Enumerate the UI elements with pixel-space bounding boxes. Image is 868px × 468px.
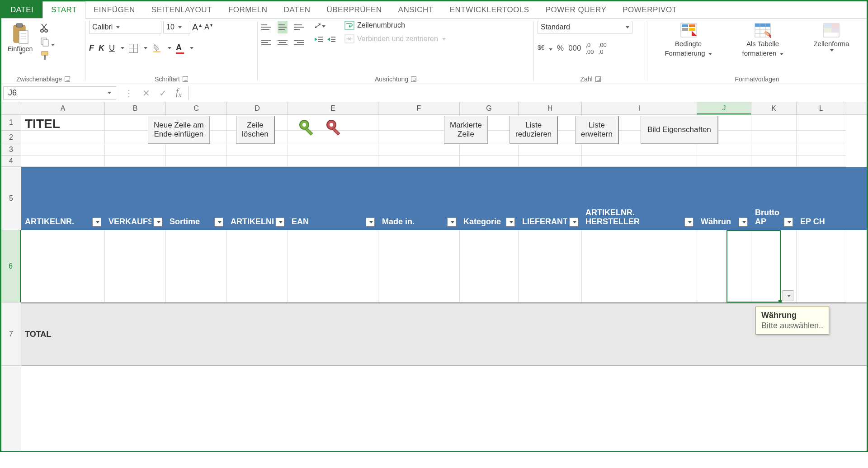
cancel-formula-icon[interactable]: ✕ — [142, 88, 150, 99]
cell-styles-button[interactable]: Zellenforma — [810, 21, 853, 53]
cell-A1-title[interactable]: TITEL — [21, 115, 105, 131]
percent-button[interactable]: % — [557, 44, 564, 53]
filter-icon[interactable] — [506, 217, 515, 227]
align-middle[interactable] — [278, 21, 288, 33]
col-header-C[interactable]: C — [166, 102, 227, 114]
col-header-K[interactable]: K — [751, 102, 797, 114]
accept-formula-icon[interactable]: ✓ — [159, 88, 167, 99]
th-artikelnr2[interactable]: ARTIKELNR — [231, 217, 274, 227]
filter-icon[interactable] — [153, 217, 162, 227]
format-as-table-button[interactable]: Als Tabelleformatieren — [739, 21, 787, 59]
tab-powerquery[interactable]: POWER QUERY — [538, 1, 615, 18]
number-dialog-launcher[interactable] — [595, 76, 601, 82]
delete-row-button[interactable]: Zeilelöschen — [236, 116, 274, 144]
thousands-button[interactable]: 000 — [568, 44, 581, 53]
th-hersteller[interactable]: ARTIKELNR.HERSTELLER — [585, 208, 640, 227]
tab-start[interactable]: START — [42, 1, 85, 19]
row-header-3[interactable]: 3 — [1, 144, 21, 156]
row-header-4[interactable]: 4 — [1, 156, 21, 167]
align-top[interactable] — [261, 21, 271, 33]
row-header-5[interactable]: 5 — [1, 167, 21, 230]
underline-button[interactable]: U — [109, 43, 115, 53]
tab-view[interactable]: ANSICHT — [390, 1, 442, 18]
col-header-G[interactable]: G — [460, 102, 519, 114]
col-header-A[interactable]: A — [21, 102, 105, 114]
filter-icon[interactable] — [92, 217, 101, 227]
image-properties-button[interactable]: Bild Eigenschaften — [641, 116, 718, 144]
tab-dev[interactable]: ENTWICKLERTOOLS — [442, 1, 538, 18]
col-header-F[interactable]: F — [378, 102, 460, 114]
tab-formulas[interactable]: FORMELN — [220, 1, 276, 18]
expand-list-button[interactable]: Listeerweitern — [575, 116, 618, 144]
orientation-button[interactable]: ⤢ — [314, 21, 335, 31]
decrease-decimal[interactable]: ,00,0 — [599, 42, 607, 55]
green-key-icon[interactable] — [297, 118, 319, 141]
th-kategorie[interactable]: Kategorie — [463, 217, 501, 227]
col-header-B[interactable]: B — [105, 102, 166, 114]
col-header-H[interactable]: H — [519, 102, 582, 114]
align-right[interactable] — [294, 36, 304, 49]
italic-button[interactable]: K — [99, 43, 104, 53]
filter-icon[interactable] — [214, 217, 223, 227]
conditional-format-button[interactable]: BedingteFormatierung — [661, 21, 715, 59]
col-header-J[interactable]: J — [697, 102, 751, 114]
cells[interactable]: TITEL Neue Zeile amEnde einfügen Zeilelö… — [21, 115, 867, 451]
borders-button[interactable] — [129, 44, 138, 53]
new-row-button[interactable]: Neue Zeile amEnde einfügen — [148, 116, 210, 144]
data-row-6[interactable] — [21, 230, 867, 303]
col-header-I[interactable]: I — [582, 102, 697, 114]
fx-icon[interactable]: fx — [176, 87, 182, 99]
th-artikelnr[interactable]: ARTIKELNR. — [25, 217, 74, 227]
number-format-combo[interactable]: Standard — [538, 21, 632, 33]
th-sortiment[interactable]: Sortime — [170, 217, 200, 227]
clipboard-dialog-launcher[interactable] — [65, 76, 70, 82]
row-header-2[interactable]: 2 — [1, 131, 21, 144]
row-header-6[interactable]: 6 — [1, 230, 21, 303]
tab-powerpivot[interactable]: POWERPIVOT — [614, 1, 685, 18]
cut-icon[interactable] — [40, 23, 55, 34]
col-header-D[interactable]: D — [227, 102, 288, 114]
filter-icon[interactable] — [684, 217, 693, 227]
increase-decimal[interactable]: ,0,00 — [586, 42, 594, 55]
red-key-icon[interactable] — [324, 118, 346, 141]
filter-icon[interactable] — [447, 217, 456, 227]
col-header-E[interactable]: E — [288, 102, 378, 114]
cell-dropdown-button[interactable] — [783, 290, 793, 301]
wrap-text-button[interactable]: Zeilenumbruch — [344, 21, 446, 30]
filter-icon[interactable] — [569, 217, 578, 227]
select-all-corner[interactable] — [1, 102, 21, 114]
bold-button[interactable]: F — [89, 43, 94, 53]
currency-button[interactable]: $€ — [538, 43, 552, 54]
copy-icon[interactable] — [40, 37, 55, 48]
paste-button[interactable]: Einfügen — [5, 21, 35, 57]
tab-file[interactable]: DATEI — [1, 1, 42, 18]
decrease-indent[interactable] — [314, 35, 323, 45]
th-lieferant[interactable]: LIEFERANT — [522, 217, 567, 227]
name-box[interactable]: J6 — [3, 86, 116, 100]
tab-review[interactable]: ÜBERPRÜFEN — [318, 1, 390, 18]
tab-layout[interactable]: SEITENLAYOUT — [143, 1, 220, 18]
th-waehrung[interactable]: Währun — [701, 217, 731, 227]
filter-icon[interactable] — [366, 217, 375, 227]
font-dialog-launcher[interactable] — [183, 76, 188, 82]
grow-font-icon[interactable]: A▲ — [192, 22, 203, 33]
format-painter-icon[interactable] — [40, 51, 55, 62]
font-color-button[interactable]: A — [176, 43, 184, 54]
fill-color-button[interactable] — [152, 43, 162, 54]
font-name-combo[interactable]: Calibri — [89, 21, 161, 33]
align-center[interactable] — [278, 36, 288, 49]
shrink-font-icon[interactable]: A▼ — [204, 23, 213, 31]
marked-row-button[interactable]: MarkierteZeile — [444, 116, 488, 144]
align-bottom[interactable] — [294, 21, 304, 33]
align-dialog-launcher[interactable] — [411, 76, 416, 82]
th-verkaufs[interactable]: VERKAUFS — [108, 217, 151, 227]
th-epch[interactable]: EP CH — [800, 217, 825, 227]
reduce-list-button[interactable]: Listereduzieren — [509, 116, 557, 144]
th-ean[interactable]: EAN — [292, 217, 309, 227]
th-madein[interactable]: Made in. — [382, 217, 415, 227]
font-size-combo[interactable]: 10 — [163, 21, 190, 33]
col-header-L[interactable]: L — [797, 102, 846, 114]
row-header-7[interactable]: 7 — [1, 303, 21, 366]
align-left[interactable] — [261, 36, 271, 49]
merge-center-button[interactable]: Verbinden und zentrieren — [344, 34, 446, 43]
